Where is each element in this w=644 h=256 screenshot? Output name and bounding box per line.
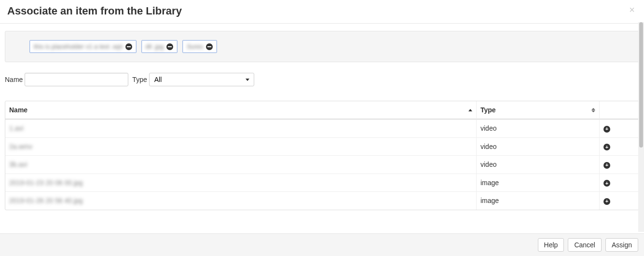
item-name: 2019-01-26 20 56 40.jpg: [9, 197, 83, 204]
cancel-button[interactable]: Cancel: [568, 238, 602, 252]
close-icon[interactable]: ×: [627, 5, 637, 14]
selected-items-well: this is placeholder v1 a text .wpl dll .…: [5, 31, 639, 62]
assign-button[interactable]: Assign: [605, 238, 638, 252]
sort-both-icon: [591, 108, 595, 112]
item-type: image: [480, 179, 499, 187]
column-header-name[interactable]: Name: [5, 101, 476, 120]
modal-body: this is placeholder v1 a text .wpl dll .…: [0, 24, 644, 210]
table-row: 1.avi video: [5, 120, 639, 138]
table-row: 3b.avi video: [5, 156, 639, 174]
sort-asc-icon: [468, 109, 472, 111]
chip-label: Sures: [187, 43, 203, 50]
item-name: 2a.wmv: [9, 143, 32, 150]
plus-circle-icon[interactable]: [603, 180, 610, 187]
chip-label: this is placeholder v1 a text .wpl: [34, 43, 123, 50]
modal-header: Associate an item from the Library ×: [0, 0, 644, 24]
scrollbar-track[interactable]: [638, 22, 644, 232]
plus-circle-icon[interactable]: [603, 144, 610, 150]
minus-circle-icon[interactable]: [206, 43, 213, 50]
modal-footer: Help Cancel Assign: [0, 233, 644, 256]
item-type: image: [480, 197, 499, 204]
selected-chip[interactable]: dll .jpg: [141, 40, 178, 53]
item-type: video: [480, 124, 496, 132]
selected-chip[interactable]: this is placeholder v1 a text .wpl: [29, 40, 137, 53]
item-type: video: [480, 143, 496, 150]
plus-circle-icon[interactable]: [603, 126, 610, 133]
plus-circle-icon[interactable]: [603, 198, 610, 205]
column-header-name-label: Name: [9, 106, 27, 114]
table-row: 2019-01-26 20 56 40.jpg image: [5, 192, 639, 210]
table-row: 2a.wmv video: [5, 138, 639, 156]
type-filter-select-wrap: All: [149, 73, 254, 86]
item-name: 1.avi: [9, 124, 24, 132]
column-header-type-label: Type: [480, 106, 496, 114]
type-filter-label: Type: [132, 76, 147, 83]
column-header-action: [599, 101, 639, 120]
item-name: 3b.avi: [9, 161, 27, 168]
name-filter-label: Name: [5, 76, 23, 83]
column-header-type[interactable]: Type: [476, 101, 599, 120]
minus-circle-icon[interactable]: [166, 43, 173, 50]
item-name: 2019-01-23 20 06 00.jpg: [9, 179, 83, 187]
table-row: 2019-01-23 20 06 00.jpg image: [5, 174, 639, 192]
selected-chips: this is placeholder v1 a text .wpl dll .…: [29, 40, 634, 53]
type-filter-select[interactable]: All: [149, 73, 254, 86]
scrollbar-thumb[interactable]: [639, 22, 643, 148]
chip-label: dll .jpg: [146, 43, 164, 50]
modal-title: Associate an item from the Library: [7, 5, 182, 17]
selected-chip[interactable]: Sures: [182, 40, 217, 53]
minus-circle-icon[interactable]: [125, 43, 132, 50]
table-header-row: Name Type: [5, 101, 639, 120]
item-type: video: [480, 161, 496, 168]
library-table: Name Type 1.avi video: [5, 101, 639, 210]
help-button[interactable]: Help: [538, 238, 564, 252]
plus-circle-icon[interactable]: [603, 162, 610, 169]
filter-bar: Name Type All: [5, 73, 639, 86]
name-filter-input[interactable]: [25, 73, 128, 86]
